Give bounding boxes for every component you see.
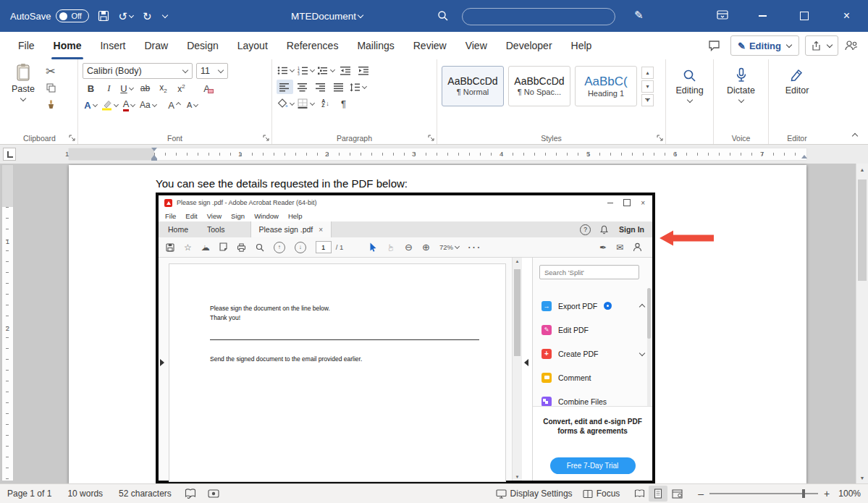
maximize-button[interactable] (783, 0, 825, 32)
next-page-icon[interactable]: ↓ (295, 242, 306, 253)
editor-button[interactable]: Editor (773, 63, 821, 96)
style-heading1[interactable]: AaBbC( Heading 1 (575, 66, 637, 106)
menu-window[interactable]: Window (254, 212, 279, 220)
acrobat-tab-document[interactable]: Please sign .pdf × (250, 221, 332, 237)
paste-button[interactable]: Paste (6, 63, 41, 101)
send-email-icon[interactable]: ✉ (616, 242, 623, 253)
previous-page-icon[interactable]: ↑ (274, 242, 285, 253)
request-signature-icon[interactable] (633, 242, 642, 252)
tab-file[interactable]: File (9, 32, 44, 59)
print-icon[interactable] (237, 243, 246, 252)
autosave-toggle[interactable]: Off (56, 9, 89, 22)
zoom-slider-thumb[interactable] (802, 489, 805, 498)
copy-button[interactable] (43, 81, 59, 95)
scroll-down-icon[interactable]: ▼ (513, 475, 522, 479)
subscript-button[interactable]: x2 (155, 81, 172, 96)
borders-button[interactable] (297, 96, 316, 111)
style-normal[interactable]: AaBbCcDd ¶ Normal (442, 66, 504, 106)
star-icon[interactable]: ☆ (184, 243, 192, 252)
sticky-note-icon[interactable] (219, 242, 227, 252)
tab-mailings[interactable]: Mailings (347, 32, 403, 59)
collapse-tools-panel-icon[interactable] (524, 359, 528, 366)
proofing-icon[interactable] (185, 489, 196, 499)
save-button[interactable] (98, 10, 109, 22)
superscript-button[interactable]: x2 (173, 81, 190, 96)
acrobat-screenshot[interactable]: Please sign .pdf - Adobe Acrobat Reader … (156, 193, 655, 483)
zoom-slider[interactable] (709, 489, 818, 499)
sign-in-button[interactable]: Sign In (619, 225, 644, 234)
tab-view[interactable]: View (456, 32, 497, 59)
document-page[interactable]: You can see the details requested in the… (69, 165, 806, 483)
tool-edit-pdf[interactable]: ✎ Edit PDF (533, 318, 645, 342)
decrease-indent-button[interactable] (337, 63, 354, 77)
minimize-icon[interactable] (607, 203, 613, 203)
zoom-out-button[interactable]: – (698, 488, 704, 499)
tab-stop-selector[interactable] (3, 148, 16, 161)
tools-search-input[interactable] (539, 265, 639, 279)
zoom-in-icon[interactable]: ⊕ (422, 242, 430, 252)
change-case-button[interactable]: Aa (139, 98, 158, 112)
styles-more-button[interactable]: ▾ (641, 94, 654, 106)
menu-sign[interactable]: Sign (231, 212, 245, 220)
zoom-percentage[interactable]: 100% (838, 489, 861, 499)
ribbon-display-options-icon[interactable] (717, 10, 728, 20)
text-highlight-button[interactable] (101, 98, 119, 112)
maximize-icon[interactable] (623, 199, 631, 206)
tab-home[interactable]: Home (44, 32, 91, 59)
align-center-button[interactable] (295, 80, 311, 94)
free-trial-button[interactable]: Free 7-Day Trial (550, 457, 636, 474)
tool-export-pdf[interactable]: → Export PDF (533, 294, 645, 318)
print-layout-button[interactable] (649, 486, 667, 502)
format-painter-button[interactable] (43, 98, 59, 111)
first-line-indent-marker[interactable] (151, 148, 157, 151)
hand-tool-icon[interactable]: ☞ (387, 243, 396, 251)
clipboard-dialog-launcher-icon[interactable] (69, 135, 75, 141)
close-tab-icon[interactable]: × (319, 226, 323, 234)
shading-button[interactable] (277, 96, 295, 111)
show-paragraph-marks-button[interactable]: ¶ (335, 96, 352, 111)
font-dialog-launcher-icon[interactable] (263, 135, 269, 141)
vertical-ruler[interactable]: 1 2 (2, 165, 13, 481)
share-button[interactable] (805, 35, 838, 56)
acrobat-tab-tools[interactable]: Tools (198, 221, 235, 237)
tab-review[interactable]: Review (404, 32, 456, 59)
styles-scroll-down-button[interactable]: ▾ (641, 80, 654, 93)
scroll-up-button[interactable]: ▲ (856, 164, 868, 175)
zoom-in-button[interactable]: + (824, 488, 830, 499)
menu-edit[interactable]: Edit (185, 212, 197, 220)
close-icon[interactable]: × (641, 199, 645, 207)
tab-help[interactable]: Help (562, 32, 602, 59)
macro-record-icon[interactable] (208, 489, 219, 498)
font-size-select[interactable]: 11 (196, 63, 228, 79)
cut-button[interactable]: ✂ (43, 64, 59, 78)
pdf-scrollbar[interactable]: ▲ ▼ (512, 258, 522, 481)
focus-button[interactable]: Focus (583, 489, 620, 499)
tool-comment[interactable]: Comment (533, 365, 645, 389)
italic-button[interactable]: I (101, 81, 117, 96)
scroll-up-icon[interactable]: ▲ (513, 259, 522, 263)
undo-button[interactable]: ↺ (118, 11, 134, 22)
line-spacing-button[interactable] (349, 80, 368, 94)
numbering-button[interactable]: 123 (297, 63, 316, 77)
dictate-button[interactable]: Dictate (718, 63, 764, 102)
comments-button[interactable] (703, 40, 725, 51)
editing-mode-button[interactable]: ✎ Editing (730, 35, 799, 56)
styles-dialog-launcher-icon[interactable] (657, 135, 663, 141)
style-no-spacing[interactable]: AaBbCcDd ¶ No Spac... (508, 66, 570, 106)
redo-button[interactable]: ↻ (143, 11, 152, 22)
sort-button[interactable]: AZ↓ (317, 96, 334, 111)
pdf-scrollbar-thumb[interactable] (514, 269, 521, 356)
editing-button[interactable]: Editing (670, 63, 709, 102)
increase-indent-button[interactable] (355, 63, 372, 77)
bullets-button[interactable] (277, 63, 295, 77)
quick-access-more-button[interactable] (161, 13, 168, 19)
menu-view[interactable]: View (207, 212, 222, 220)
titlebar-search-box[interactable] (462, 8, 615, 25)
bold-button[interactable]: B (83, 81, 99, 96)
tool-create-pdf[interactable]: + Create PDF (533, 342, 645, 365)
fill-sign-pen-icon[interactable]: ✒ (599, 242, 607, 253)
zoom-level-select[interactable]: 72% (439, 243, 459, 251)
menu-file[interactable]: File (165, 212, 176, 220)
tab-developer[interactable]: Developer (497, 32, 562, 59)
tab-references[interactable]: References (277, 32, 348, 59)
